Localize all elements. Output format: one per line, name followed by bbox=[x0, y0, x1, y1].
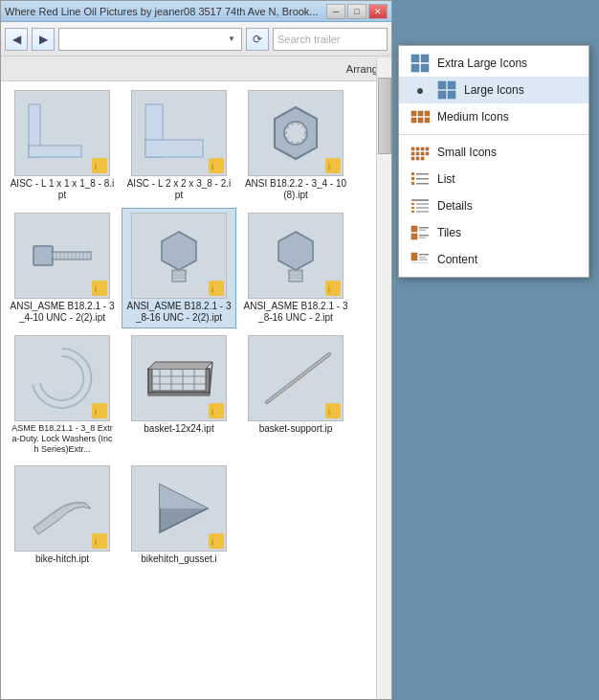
angle-bracket-svg-large bbox=[141, 100, 217, 167]
svg-rect-87 bbox=[416, 157, 419, 160]
file-badge-10: i bbox=[209, 533, 224, 549]
file-thumbnail-10: i bbox=[131, 465, 227, 552]
angle-bracket-svg-small bbox=[24, 100, 100, 167]
content-icon bbox=[410, 250, 430, 269]
svg-rect-82 bbox=[411, 152, 414, 155]
file-badge-3: i bbox=[92, 281, 107, 296]
svg-rect-103 bbox=[419, 227, 429, 229]
file-item-4[interactable]: i ANSI_ASME B18.2.1 - 3_8-16 UNC - 2(2).… bbox=[122, 208, 236, 328]
svg-rect-45 bbox=[148, 369, 210, 393]
svg-rect-89 bbox=[411, 172, 414, 175]
search-box[interactable]: Search trailer bbox=[273, 28, 388, 51]
file-thumbnail-3: i bbox=[14, 213, 110, 299]
svg-rect-86 bbox=[411, 157, 414, 160]
arrange-bar: Arrange bbox=[1, 56, 391, 81]
hex-nut-svg bbox=[257, 100, 334, 167]
menu-item-extra-large-icons[interactable]: Extra Large Icons bbox=[399, 50, 588, 77]
svg-text:i: i bbox=[95, 284, 97, 294]
menu-item-small-icons[interactable]: Small Icons bbox=[399, 139, 588, 166]
large-icon bbox=[437, 80, 456, 100]
svg-line-55 bbox=[267, 354, 329, 402]
file-item-0[interactable]: i AISC - L 1 x 1 x 1_8 - 8.ipt bbox=[5, 85, 120, 206]
bolt-front-svg bbox=[141, 222, 217, 289]
file-item-5[interactable]: i ANSI_ASME B18.2.1 - 3_8-16 UNC - 2.ipt bbox=[238, 208, 353, 328]
menu-item-details[interactable]: Details bbox=[399, 192, 588, 219]
forward-icon: ▶ bbox=[39, 33, 48, 46]
bike-hitch-svg bbox=[24, 475, 100, 542]
svg-rect-72 bbox=[411, 111, 416, 116]
file-name-8: basket-support.ip bbox=[259, 423, 333, 435]
svg-rect-76 bbox=[418, 118, 423, 123]
svg-rect-67 bbox=[421, 64, 429, 72]
file-item-10[interactable]: i bikehitch_gusset.i bbox=[122, 461, 236, 570]
minimize-button[interactable]: ─ bbox=[326, 4, 345, 19]
menu-item-large-icons[interactable]: ● Large Icons bbox=[399, 77, 588, 103]
back-icon: ◀ bbox=[12, 33, 21, 46]
svg-rect-106 bbox=[419, 235, 429, 237]
file-grid: i AISC - L 1 x 1 x 1_8 - 8.ipt i bbox=[1, 81, 391, 699]
svg-rect-108 bbox=[411, 253, 417, 260]
svg-rect-80 bbox=[421, 147, 424, 150]
address-dropdown-button[interactable]: ▼ bbox=[224, 31, 239, 48]
svg-rect-94 bbox=[416, 183, 429, 185]
window-title: Where Red Line Oil Pictures by jeaner08 … bbox=[5, 6, 326, 17]
svg-rect-74 bbox=[425, 111, 430, 116]
svg-rect-110 bbox=[419, 257, 426, 259]
svg-marker-61 bbox=[160, 485, 208, 508]
menu-label-small-icons: Small Icons bbox=[437, 146, 497, 159]
list-icon bbox=[410, 169, 430, 189]
svg-rect-75 bbox=[411, 118, 416, 123]
menu-item-list[interactable]: List bbox=[399, 166, 588, 192]
forward-button[interactable]: ▶ bbox=[32, 28, 55, 51]
menu-label-tiles: Tiles bbox=[437, 226, 461, 239]
menu-item-medium-icons[interactable]: Medium Icons bbox=[399, 103, 588, 130]
file-item-9[interactable]: i bike-hitch.ipt bbox=[5, 461, 120, 570]
svg-text:i: i bbox=[211, 162, 213, 171]
file-name-0: AISC - L 1 x 1 x 1_8 - 8.ipt bbox=[10, 178, 115, 201]
file-item-2[interactable]: i ANSI B18.2.2 - 3_4 - 10(8).ipt bbox=[238, 85, 353, 206]
file-item-7[interactable]: i basket-12x24.ipt bbox=[122, 330, 236, 459]
active-indicator: ● bbox=[410, 80, 430, 100]
file-browser-window: Where Red Line Oil Pictures by jeaner08 … bbox=[0, 0, 392, 700]
menu-item-content[interactable]: Content bbox=[399, 246, 588, 273]
file-thumbnail-7: i bbox=[131, 335, 227, 421]
svg-rect-85 bbox=[426, 152, 429, 155]
gusset-svg bbox=[141, 475, 217, 542]
file-thumbnail-8: i bbox=[248, 335, 344, 421]
file-item-1[interactable]: i AISC - L 2 x 2 x 3_8 - 2.ipt bbox=[122, 85, 236, 206]
svg-text:i: i bbox=[95, 537, 97, 547]
refresh-button[interactable]: ⟳ bbox=[246, 28, 269, 51]
file-thumbnail-1: i bbox=[131, 90, 227, 176]
file-name-1: AISC - L 2 x 2 x 3_8 - 2.ipt bbox=[126, 178, 232, 201]
svg-text:i: i bbox=[95, 407, 97, 417]
file-badge-9: i bbox=[92, 533, 107, 549]
close-button[interactable]: ✕ bbox=[368, 4, 388, 19]
svg-text:i: i bbox=[328, 284, 330, 294]
svg-rect-100 bbox=[411, 211, 414, 213]
tiles-icon bbox=[410, 223, 430, 242]
menu-item-tiles[interactable]: Tiles bbox=[399, 219, 588, 246]
svg-rect-109 bbox=[419, 254, 429, 256]
svg-text:i: i bbox=[328, 407, 330, 417]
scrollbar-thumb[interactable] bbox=[378, 78, 391, 154]
maximize-button[interactable]: □ bbox=[347, 4, 366, 19]
svg-text:i: i bbox=[211, 537, 213, 547]
svg-rect-78 bbox=[411, 147, 414, 150]
file-thumbnail-2: i bbox=[248, 90, 344, 176]
file-name-5: ANSI_ASME B18.2.1 - 3_8-16 UNC - 2.ipt bbox=[243, 301, 348, 324]
svg-rect-97 bbox=[416, 203, 429, 205]
menu-label-extra-large-icons: Extra Large Icons bbox=[437, 56, 527, 70]
address-bar[interactable]: ▼ bbox=[58, 28, 242, 51]
back-button[interactable]: ◀ bbox=[5, 28, 28, 51]
file-item-8[interactable]: i basket-support.ip bbox=[238, 330, 353, 459]
medium-icon bbox=[410, 107, 430, 126]
svg-rect-88 bbox=[421, 157, 424, 160]
svg-rect-73 bbox=[418, 111, 423, 116]
file-thumbnail-4: i bbox=[131, 213, 227, 299]
file-item-3[interactable]: i ANSI_ASME B18.2.1 - 3_4-10 UNC - 2(2).… bbox=[5, 208, 120, 328]
file-badge-5: i bbox=[325, 281, 341, 296]
svg-rect-70 bbox=[438, 91, 446, 99]
svg-text:i: i bbox=[95, 162, 97, 171]
file-item-6[interactable]: i ASME B18.21.1 - 3_8 Extra-Duty. Lock W… bbox=[5, 330, 120, 459]
menu-label-list: List bbox=[437, 172, 455, 186]
